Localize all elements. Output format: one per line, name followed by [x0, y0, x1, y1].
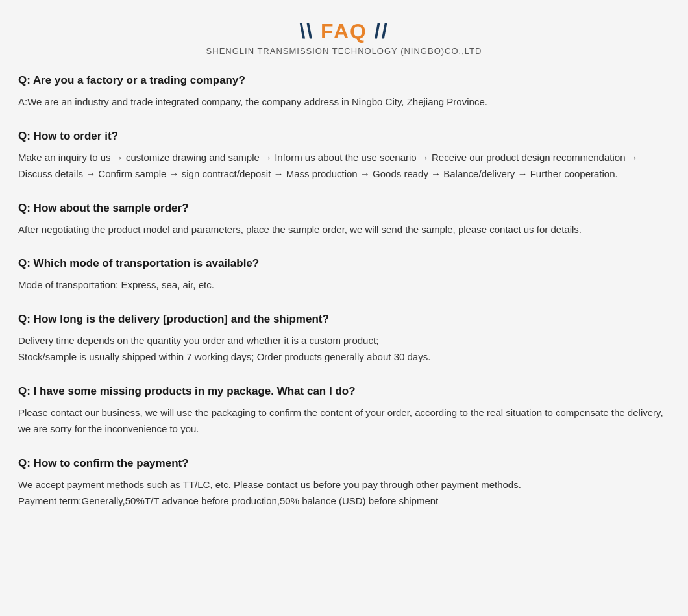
company-name: SHENGLIN TRANSMISSION TECHNOLOGY (NINGBO… — [18, 46, 670, 56]
faq-answer-7-line1: We accept payment methods such as TT/LC,… — [18, 479, 521, 490]
page-header: \\ FAQ // SHENGLIN TRANSMISSION TECHNOLO… — [18, 19, 670, 56]
faq-title: \\ FAQ // — [18, 19, 670, 43]
faq-question-1: Q: Are you a factory or a trading compan… — [18, 74, 670, 87]
faq-item-2: Q: How to order it? Make an inquiry to u… — [18, 130, 670, 182]
faq-answer-1: A:We are an industry and trade integrate… — [18, 93, 670, 110]
faq-answer-7: We accept payment methods such as TT/LC,… — [18, 476, 670, 510]
slash-close: // — [375, 19, 389, 43]
faq-question-7: Q: How to confirm the payment? — [18, 457, 670, 470]
slash-open: \\ — [299, 19, 313, 43]
faq-item-4: Q: Which mode of transportation is avail… — [18, 257, 670, 293]
faq-question-4: Q: Which mode of transportation is avail… — [18, 257, 670, 270]
faq-item-6: Q: I have some missing products in my pa… — [18, 385, 670, 437]
faq-answer-5-line1: Delivery time depends on the quantity yo… — [18, 335, 378, 346]
faq-answer-7-line2: Payment term:Generally,50%T/T advance be… — [18, 495, 438, 506]
faq-word: FAQ — [321, 19, 375, 43]
page-container: \\ FAQ // SHENGLIN TRANSMISSION TECHNOLO… — [0, 0, 688, 555]
faq-answer-6: Please contact our business, we will use… — [18, 404, 670, 437]
faq-item-5: Q: How long is the delivery [production]… — [18, 313, 670, 365]
faq-question-5: Q: How long is the delivery [production]… — [18, 313, 670, 326]
faq-answer-4: Mode of transportation: Express, sea, ai… — [18, 277, 670, 293]
faq-item-1: Q: Are you a factory or a trading compan… — [18, 74, 670, 110]
faq-answer-5: Delivery time depends on the quantity yo… — [18, 332, 670, 365]
faq-question-2: Q: How to order it? — [18, 130, 670, 143]
faq-question-6: Q: I have some missing products in my pa… — [18, 385, 670, 398]
faq-answer-3: After negotiating the product model and … — [18, 221, 670, 238]
faq-answer-5-line2: Stock/sample is usually shipped within 7… — [18, 351, 430, 362]
faq-question-3: Q: How about the sample order? — [18, 202, 670, 215]
faq-item-3: Q: How about the sample order? After neg… — [18, 202, 670, 238]
faq-answer-2: Make an inquiry to us → customize drawin… — [18, 149, 670, 182]
faq-item-7: Q: How to confirm the payment? We accept… — [18, 457, 670, 510]
